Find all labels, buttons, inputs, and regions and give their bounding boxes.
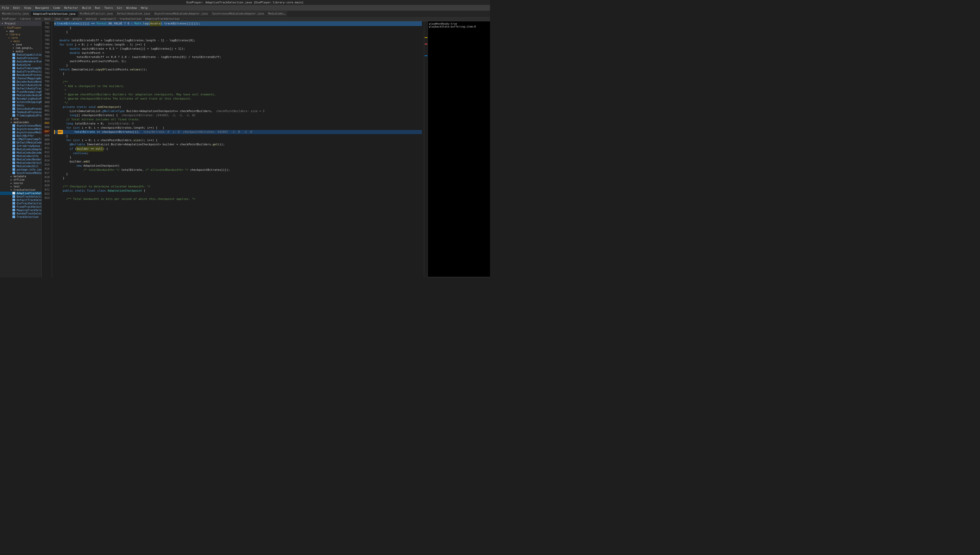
sidebar-item-exotrack[interactable]: 🅹 ExoTrackSelection [0, 202, 41, 205]
menu-git[interactable]: Git [116, 6, 123, 10]
breadcrumb-core[interactable]: core [34, 18, 40, 20]
menu-navigate[interactable]: Navigate [34, 6, 50, 10]
sidebar-item-audiorenderereventlistener[interactable]: 🅹 AudioRendererEventListener [0, 60, 41, 63]
sidebar-item-mediacodec[interactable]: ▾ mediacodec [0, 120, 41, 124]
tab-mainactivity[interactable]: MainActivity.java [0, 11, 31, 17]
code-content[interactable]: ● trackBitrates[j][j] == Forest.NO_VALUE… [52, 21, 424, 278]
sidebar-item-audioprocessor[interactable]: 🅹 AudioProcessor [0, 56, 41, 60]
menu-help[interactable]: Help [140, 6, 149, 10]
sidebar-item-channelmapping[interactable]: 🅹 ChannelMappingAudioProcessor [0, 77, 41, 80]
breadcrumb: ExoPlayer › library › core › main › java… [0, 17, 490, 21]
sidebar-item-trackselectionif[interactable]: 🅹 TrackSelection [0, 215, 41, 219]
sidebar-item-floatresampling[interactable]: 🅹 FloatResamplingAudioProcessor [0, 90, 41, 94]
code-line-813: } [54, 156, 422, 160]
sidebar-item-audio[interactable]: ▾ audio [0, 50, 41, 53]
sidebar-item-asyncbuffenqueuer[interactable]: 🅹 AsynchronousMediaCodecBufferEnqueuer [0, 127, 41, 131]
sidebar-item-adaptive[interactable]: 🅹 AdaptiveTrackSelection [0, 192, 41, 195]
tab-syncmediacodec[interactable]: SynchronousMediaCodecAdapter.java [210, 11, 266, 17]
sidebar-item-basetrack[interactable]: 🅹 BaseTrackSelection [0, 195, 41, 198]
code-line-807: → 807 totalBitrate += checkpointBitrates… [54, 130, 422, 134]
sidebar-item-core[interactable]: ▾ core [0, 36, 41, 40]
sidebar-item-library[interactable]: ▾ library [0, 33, 41, 36]
sidebar-item-asyncmediacodecadapter[interactable]: 🅹 AsynchronousMediaCodecAdapter [0, 124, 41, 127]
sidebar-item-sonicaudio[interactable]: 🅹 SonicAudioProcessor [0, 107, 41, 111]
menu-file[interactable]: File [1, 6, 10, 10]
sidebar-item-c2mp3[interactable]: 🅹 C2Mp3TimestampTracker [0, 138, 41, 141]
code-line-800: */ [54, 101, 422, 105]
tab-adaptivetrackselection[interactable]: AdaptiveTrackSelection.java [31, 11, 78, 17]
sidebar-item-trimming[interactable]: 🅹 TrimmingAudioProcessor [0, 114, 41, 117]
sidebar-item-teeaudio[interactable]: 🅹 TeeAudioProcessor [0, 111, 41, 114]
code-line-811: if (builder == null) { [54, 147, 422, 151]
sidebar-item-mappingtrack[interactable]: 🅹 MappingTrackSelector [0, 209, 41, 212]
sidebar-item-resampling[interactable]: 🅹 ResamplingAudioProcessor [0, 97, 41, 100]
breadcrumb-java[interactable]: java [55, 18, 61, 20]
breadcrumb-library[interactable]: library [20, 18, 31, 20]
sidebar-item-decoderaudio[interactable]: 🅹 DecoderAudioRenderer [0, 80, 41, 83]
sidebar-item-packageinfo[interactable]: 🅹 package-info.java [0, 168, 41, 171]
code-line-784 [54, 34, 422, 38]
sidebar-item-com-google[interactable]: ▾ com.google… [0, 46, 41, 50]
sidebar-item-app[interactable]: ▸ app [0, 29, 41, 33]
code-line-815: new AdaptationCheckpoint( [54, 164, 422, 168]
tab-asyncmediacodec[interactable]: AsynchronousMediaCodecAdapter.java [153, 11, 210, 17]
title-bar: ExoPlayer: AdaptiveTrackSelection.java [… [0, 0, 490, 5]
sidebar-item-sonic[interactable]: 🅹 Sonic [0, 104, 41, 107]
tab-mediacodec[interactable]: MediaCodec… [266, 11, 288, 17]
menu-run[interactable]: Run [94, 6, 101, 10]
sidebar-item-mediacodecdecexc[interactable]: 🅹 MediaCodecDecoderException [0, 151, 41, 154]
code-line-793: } [54, 72, 422, 76]
sidebar-item-mediacodecutil[interactable]: 🅹 MediaCodecUtil [0, 165, 41, 168]
breadcrumb-google[interactable]: google [72, 18, 82, 20]
menu-window[interactable]: Window [125, 6, 138, 10]
sidebar-item-audiotrackposition[interactable]: 🅹 AudioTrackPositionTracker [0, 70, 41, 73]
breadcrumb-trackselection[interactable]: trackselection [119, 18, 141, 20]
sidebar-item-offline[interactable]: ▸ offline [0, 178, 41, 181]
menu-edit[interactable]: Edit [12, 6, 21, 10]
tab-bar: MainActivity.java AdaptiveTrackSelection… [0, 11, 490, 17]
breadcrumb-com[interactable]: com [64, 18, 69, 20]
sidebar-item-asynccallback[interactable]: 🅹 AsynchronousMediaCodecCallback [0, 131, 41, 134]
sidebar-item-exoplayer[interactable]: ▾ ExoPlayer [0, 26, 41, 29]
menu-view[interactable]: View [23, 6, 32, 10]
sidebar-item-java[interactable]: ▾ java [0, 43, 41, 46]
breadcrumb-class[interactable]: AdaptiveTrackSelection [145, 18, 180, 20]
breadcrumb-exoplayer2[interactable]: exoplayer2 [100, 18, 116, 20]
sidebar-item-batchbuffer[interactable]: 🅹 BatchBuffer [0, 134, 41, 138]
sidebar-item-syncmediacodec[interactable]: 🅹 SynchronousMediaCodecAdapter [0, 171, 41, 175]
breadcrumb-main[interactable]: main [45, 18, 51, 20]
sidebar-item-defaultbufferprovider[interactable]: 🅹 DefaultAudioTrackBufferSizeProvider [0, 87, 41, 90]
sidebar-item-baseaudio[interactable]: 🅹 BaseAudioProcessor [0, 73, 41, 77]
sidebar-item-metadata[interactable]: ▸ metadata [0, 175, 41, 178]
menu-refactor[interactable]: Refactor [63, 6, 79, 10]
sidebar-item-audiosink[interactable]: 🅹 AudioSink [0, 63, 41, 67]
sidebar-item-defaultfactory[interactable]: 🅹 DefaultMediaCodecAdapterFactory [0, 141, 41, 144]
sidebar-item-silenceskipping[interactable]: 🅹 SilenceSkippingAudioProcessor [0, 100, 41, 104]
sidebar-item-mediacodecaudio[interactable]: 🅹 MediaCodecAudioRenderer [0, 94, 41, 97]
code-line-785: double totalBitrateDiff = logBitrates[lo… [54, 38, 422, 43]
tab-defaultaudiosink[interactable]: DefaultAudioSink.java [115, 11, 152, 17]
sidebar-item-text[interactable]: ▸ text [0, 185, 41, 188]
sidebar-item-audiocap[interactable]: 🅹 AudioCapabilitiesReceiver [0, 53, 41, 56]
sidebar-item-medicodeselector[interactable]: 🅹 MediaCodecSelector [0, 161, 41, 165]
sidebar-item-intraarrayqueue[interactable]: 🅹 IntraArrayQueue [0, 144, 41, 148]
sidebar-item-randomtrack[interactable]: 🅹 RandomTrackSelector [0, 212, 41, 215]
sidebar-item-fixedtrack[interactable]: 🅹 FixedTrackSelector [0, 205, 41, 209]
menu-tools[interactable]: Tools [103, 6, 114, 10]
breadcrumb-android[interactable]: android [85, 18, 96, 20]
sidebar-item-drm[interactable]: ▾ drm [0, 117, 41, 120]
sidebar-item-defaultaudiosink[interactable]: 🅹 DefaultAudioSink [0, 83, 41, 87]
sidebar-item-audiotimestamp[interactable]: 🅹 AudioTimestampPoller [0, 67, 41, 70]
sidebar-item-mediacodecrenderer[interactable]: 🅹 MediaCodecRenderer [0, 158, 41, 161]
menu-build[interactable]: Build [81, 6, 92, 10]
sidebar-item-trackselection[interactable]: ▾ trackselection [0, 188, 41, 192]
menu-code[interactable]: Code [52, 6, 61, 10]
sidebar-item-defaulttrack[interactable]: 🅹 DefaultTrackSelector [0, 198, 41, 202]
sidebar-item-mediacodecadapter[interactable]: 🅹 MediaCodecAdapter [0, 148, 41, 151]
sidebar-item-source[interactable]: ▸ source [0, 181, 41, 185]
sidebar-item-main[interactable]: ▾ main [0, 40, 41, 43]
tab-hlsmediaplaylist[interactable]: HlsMediaPlaylist.java [78, 11, 115, 17]
breadcrumb-exoplayer[interactable]: ExoPlayer [2, 18, 16, 20]
sidebar-item-mediacodecinfo[interactable]: 🅹 MediaCodecInfo [0, 154, 41, 158]
code-line-782: } [54, 26, 422, 30]
